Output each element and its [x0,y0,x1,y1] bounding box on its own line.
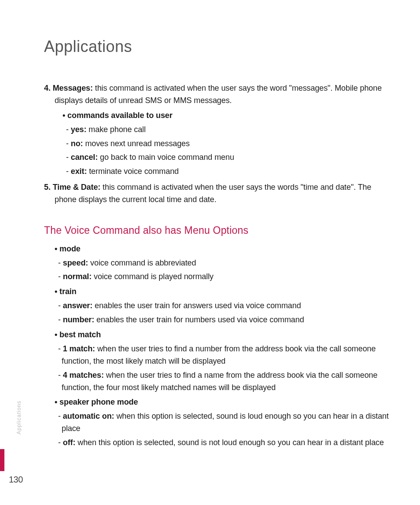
item-text: this command is activated when the user … [55,183,371,204]
sub-label: cancel: [71,153,98,162]
mode-normal: - normal: voice command is played normal… [44,271,389,283]
sub-no: - no: moves next unread messages [44,138,389,150]
sub-cancel: - cancel: go back to main voice command … [44,151,389,164]
train-answer: - answer: enables the user train for ans… [44,300,389,312]
sub-yes: - yes: make phone call [44,124,389,136]
menu-speaker: speaker phone mode [44,396,389,409]
sub-label: normal: [63,272,92,281]
sub-text: when the user tries to find a number fro… [62,344,376,365]
menu-mode: mode [44,243,389,255]
sub-text: when the user tries to find a name from … [62,371,377,392]
item-timedate: 5. Time & Date: this command is activate… [44,181,389,206]
sub-label: off: [63,438,76,447]
sub-label: 1 match: [63,344,95,353]
item-number: 5. [44,183,53,192]
speaker-auto: - automatic on: when this option is sele… [44,410,389,435]
menu-bestmatch: best match [44,329,389,341]
sub-text: voice command is abbreviated [88,258,196,267]
accent-bar [0,449,4,471]
body-content: 4. Messages: this command is activated w… [44,82,389,449]
sub-label: no: [71,139,83,148]
page-number: 130 [9,475,23,485]
sub-text: enables the user train for numbers used … [94,315,304,324]
sub-label: speed: [63,258,88,267]
item-messages: 4. Messages: this command is activated w… [44,82,389,107]
sub-exit: - exit: terminate voice command [44,166,389,178]
item-number: 4. [44,84,53,92]
item-label: Messages: [53,84,93,92]
page: Applications 4. Messages: this command i… [0,0,420,505]
sub-label: automatic on: [63,412,114,420]
page-title: Applications [44,37,389,56]
menu-train: train [44,286,389,298]
section-heading: The Voice Command also has Menu Options [44,223,389,239]
item-text: this command is activated when the user … [55,84,382,105]
sub-text: go back to main voice command menu [98,153,234,162]
sub-text: terminate voice command [87,167,179,176]
sub-label: exit: [71,167,87,176]
sub-label: number: [63,315,94,324]
bestmatch-1: - 1 match: when the user tries to find a… [44,343,389,368]
sub-text: make phone call [86,125,145,134]
sub-text: moves next unread messages [83,139,189,148]
sub-label: yes: [71,125,87,134]
sub-label: 4 matches: [63,371,104,380]
sub-text: voice command is played normally [92,272,214,281]
side-section-label: Applications [16,401,22,435]
mode-speed: - speed: voice command is abbreviated [44,257,389,269]
sub-text: when this option is selected, sound is n… [75,438,383,447]
sub-heading-commands: commands available to user [44,110,389,122]
bestmatch-4: - 4 matches: when the user tries to find… [44,369,389,394]
sub-text: enables the user train for answers used … [92,301,301,310]
speaker-off: - off: when this option is selected, sou… [44,437,389,449]
sub-label: answer: [63,301,92,310]
item-label: Time & Date: [53,183,101,192]
train-number: - number: enables the user train for num… [44,314,389,326]
